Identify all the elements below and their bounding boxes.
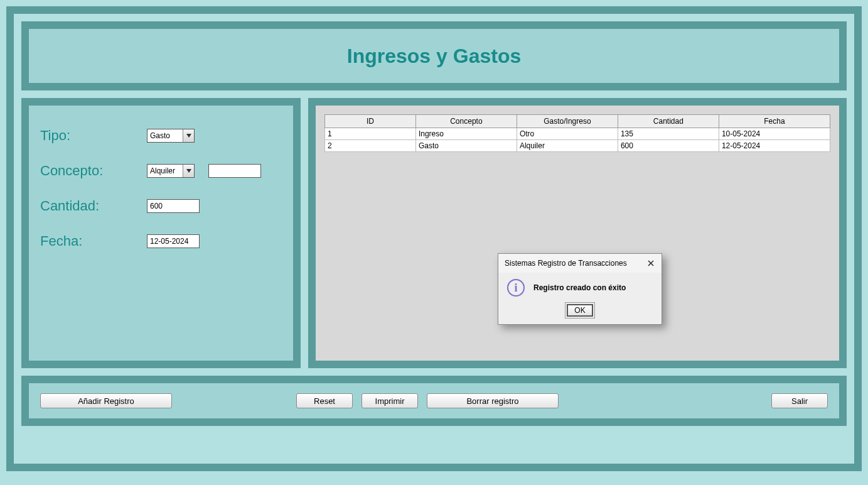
row-concepto: Concepto: Alquiler [40, 153, 282, 188]
dialog-message: Registro creado con éxito [533, 283, 626, 292]
transactions-table: ID Concepto Gasto/Ingreso Cantidad Fecha… [324, 114, 830, 152]
input-concepto-extra[interactable] [208, 164, 261, 178]
dialog-button-row: OK [498, 300, 662, 324]
input-cantidad[interactable] [147, 199, 200, 213]
th-cantidad[interactable]: Cantidad [618, 115, 719, 128]
label-cantidad: Cantidad: [40, 198, 147, 214]
title-panel: Ingresos y Gastos [21, 21, 847, 90]
row-tipo: Tipo: Gasto [40, 118, 282, 153]
select-concepto[interactable]: Alquiler [147, 164, 195, 178]
exit-button[interactable]: Salir [771, 393, 828, 408]
label-fecha: Fecha: [40, 233, 147, 249]
print-button[interactable]: Imprimir [362, 393, 418, 408]
delete-record-button[interactable]: Borrar registro [427, 393, 559, 408]
input-fecha[interactable] [147, 234, 200, 248]
select-concepto-value: Alquiler [147, 165, 183, 177]
confirmation-dialog: Sistemas Registro de Transacciones i Reg… [498, 253, 662, 325]
button-panel: Añadir Registro Reset Imprimir Borrar re… [21, 376, 847, 426]
th-gi[interactable]: Gasto/Ingreso [517, 115, 618, 128]
th-concepto[interactable]: Concepto [415, 115, 517, 128]
chevron-down-icon [183, 129, 194, 142]
row-fecha: Fecha: [40, 224, 282, 259]
label-tipo: Tipo: [40, 128, 147, 144]
chevron-down-icon [183, 165, 194, 177]
close-icon[interactable] [645, 258, 656, 269]
info-icon: i [507, 279, 525, 297]
reset-button[interactable]: Reset [296, 393, 353, 408]
select-tipo-value: Gasto [147, 129, 183, 142]
add-record-button[interactable]: Añadir Registro [40, 393, 172, 408]
table-row[interactable]: 2 Gasto Alquiler 600 12-05-2024 [325, 140, 830, 152]
main-frame: Ingresos y Gastos Tipo: Gasto Concepto: [6, 6, 862, 471]
dialog-titlebar: Sistemas Registro de Transacciones [498, 254, 662, 273]
svg-marker-0 [186, 134, 191, 138]
table-row[interactable]: 1 Ingreso Otro 135 10-05-2024 [325, 128, 830, 140]
label-concepto: Concepto: [40, 163, 147, 179]
table-panel: ID Concepto Gasto/Ingreso Cantidad Fecha… [308, 98, 847, 368]
dialog-body: i Registro creado con éxito [498, 273, 662, 300]
dialog-title-text: Sistemas Registro de Transacciones [505, 259, 627, 268]
form-panel: Tipo: Gasto Concepto: Alquiler [21, 98, 301, 368]
table-header-row: ID Concepto Gasto/Ingreso Cantidad Fecha [325, 115, 830, 128]
svg-marker-1 [186, 169, 191, 173]
th-id[interactable]: ID [325, 115, 416, 128]
page-title: Ingresos y Gastos [347, 45, 521, 68]
row-cantidad: Cantidad: [40, 188, 282, 224]
th-fecha[interactable]: Fecha [719, 115, 830, 128]
select-tipo[interactable]: Gasto [147, 129, 195, 143]
content-row: Tipo: Gasto Concepto: Alquiler [21, 98, 847, 368]
ok-button[interactable]: OK [567, 304, 592, 317]
app-window: Ingresos y Gastos Tipo: Gasto Concepto: [0, 0, 868, 485]
